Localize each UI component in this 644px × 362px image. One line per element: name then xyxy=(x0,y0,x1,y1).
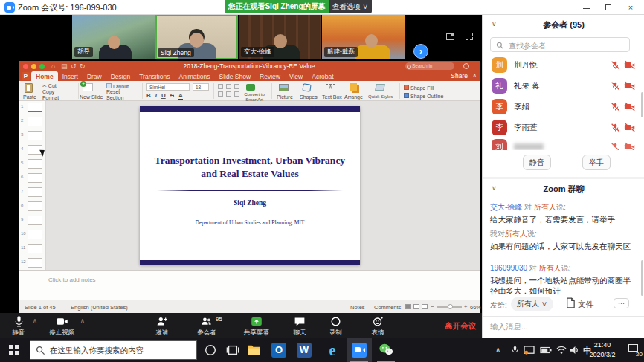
leave-meeting-button[interactable]: 离开会议 xyxy=(445,321,476,332)
zoom-out-button[interactable]: − xyxy=(431,303,434,310)
zoom-percentage[interactable]: 66% xyxy=(470,304,481,311)
zoom-slider-thumb[interactable] xyxy=(448,304,453,309)
new-slide-button[interactable]: New Slide xyxy=(80,94,103,100)
notes-pane[interactable]: Click to add notes xyxy=(19,270,480,300)
tray-cast-icon[interactable] xyxy=(524,346,535,355)
chat-more-button[interactable]: ··· xyxy=(614,298,629,308)
ppt-search-input[interactable]: Search in Presentation xyxy=(405,62,454,70)
mac-zoom-button[interactable] xyxy=(39,64,45,69)
slide-thumbnail[interactable] xyxy=(28,216,42,225)
slide-thumbnail[interactable] xyxy=(28,159,42,169)
video-tile[interactable]: 胡昱 xyxy=(72,15,155,59)
participant-row[interactable]: 李 李娟 xyxy=(483,98,644,117)
tab-home[interactable]: Home xyxy=(31,71,58,81)
task-view-button[interactable] xyxy=(226,343,239,357)
picture-button[interactable]: Picture xyxy=(277,94,293,100)
video-tile[interactable]: 交大-徐峰 xyxy=(239,15,321,59)
tab-design[interactable]: Design xyxy=(106,71,135,81)
normal-view-button[interactable] xyxy=(405,304,411,309)
edge-button[interactable]: e xyxy=(320,338,345,362)
format-painter-button[interactable]: Format xyxy=(42,95,59,100)
indent-icon[interactable] xyxy=(234,84,239,89)
font-color-button[interactable]: A xyxy=(178,92,183,100)
tab-slide-show[interactable]: Slide Show xyxy=(215,71,256,81)
participants-search-input[interactable]: 查找参会者 xyxy=(490,37,630,52)
copy-button[interactable]: Copy xyxy=(42,89,54,94)
action-center-button[interactable]: 20 xyxy=(628,343,643,358)
notes-toggle[interactable]: Notes xyxy=(350,304,365,311)
redo-icon[interactable]: ↻ xyxy=(80,62,86,71)
zoom-taskbar-button[interactable] xyxy=(347,338,372,362)
outlook-button[interactable]: O xyxy=(266,338,292,362)
chat-input[interactable]: 输入消息... xyxy=(483,316,644,338)
tray-battery-icon[interactable] xyxy=(540,346,552,354)
tray-wifi-icon[interactable] xyxy=(556,346,567,355)
align-left-icon[interactable] xyxy=(218,91,223,97)
raise-hand-button[interactable]: 举手 xyxy=(582,155,611,170)
start-button[interactable] xyxy=(9,345,19,355)
minimize-button[interactable] xyxy=(580,1,592,13)
reset-button[interactable]: Reset xyxy=(106,89,120,94)
shape-outline-button[interactable]: Shape Outline xyxy=(404,93,443,99)
language-status[interactable]: English (United States) xyxy=(71,304,128,311)
reactions-button[interactable]: 表情 xyxy=(358,315,398,337)
view-options-button[interactable]: 查看选项 ∨ xyxy=(329,0,372,13)
align-center-icon[interactable] xyxy=(226,91,231,97)
slide-thumbnail[interactable] xyxy=(28,258,42,268)
undo-icon[interactable]: ↺ xyxy=(71,62,77,71)
participant-row-clipped[interactable]: 刘 xyxy=(483,138,644,150)
participant-row[interactable]: 荆 荆丹悦 xyxy=(483,56,644,76)
tray-mic-icon[interactable] xyxy=(510,345,520,355)
bold-button[interactable]: B xyxy=(146,92,151,99)
tab-review[interactable]: Review xyxy=(255,71,285,81)
comments-toggle[interactable]: Comments xyxy=(374,304,401,311)
chat-button[interactable]: 聊天 xyxy=(280,315,320,337)
align-right-icon[interactable] xyxy=(234,91,239,97)
mac-minimize-button[interactable] xyxy=(31,64,36,69)
tab-animations[interactable]: Animations xyxy=(174,71,214,81)
shapes-button[interactable]: Shapes xyxy=(300,94,318,100)
paste-button[interactable]: Paste xyxy=(23,94,36,100)
tab-insert[interactable]: Insert xyxy=(58,71,83,81)
chat-scrollbar[interactable] xyxy=(641,260,643,296)
tray-volume-icon[interactable] xyxy=(570,346,579,355)
zoom-slider[interactable] xyxy=(437,306,462,308)
gallery-view-icon[interactable] xyxy=(446,33,454,40)
mute-options-chevron[interactable]: ∧ xyxy=(33,317,37,324)
slide-sorter-view-button[interactable] xyxy=(413,304,419,309)
file-explorer-button[interactable] xyxy=(241,338,266,362)
word-button[interactable]: W xyxy=(292,338,317,362)
slide-thumbnail[interactable] xyxy=(28,131,42,140)
layout-button[interactable]: Layout xyxy=(106,83,129,89)
tab-transitions[interactable]: Transitions xyxy=(135,71,174,81)
feedback-smiley-icon[interactable] xyxy=(463,63,469,69)
wechat-button[interactable] xyxy=(373,338,399,362)
section-button[interactable]: Section xyxy=(106,95,123,100)
taskbar-clock[interactable]: 21:40 2020/3/2 xyxy=(580,340,625,360)
strikethrough-button[interactable]: S xyxy=(170,92,174,99)
text-box-button[interactable]: Text Box xyxy=(322,94,342,100)
home-icon[interactable]: ⌂ xyxy=(51,62,55,71)
next-videos-button[interactable]: › xyxy=(413,44,428,59)
participant-row[interactable]: 礼 礼果 蒋 xyxy=(483,77,644,97)
participants-scrollbar[interactable] xyxy=(641,92,643,117)
slide-thumbnail-selected[interactable] xyxy=(28,103,42,112)
taskbar-search-input[interactable]: 在这里输入你要搜索的内容 xyxy=(30,340,197,360)
tab-acrobat[interactable]: Acrobat xyxy=(307,71,338,81)
invite-button[interactable]: 邀请 xyxy=(142,315,182,337)
share-screen-button[interactable]: 共享屏幕 xyxy=(236,315,277,337)
slide-thumbnail[interactable] xyxy=(28,244,42,253)
tab-view[interactable]: View xyxy=(285,71,307,81)
underline-button[interactable]: U xyxy=(161,92,166,99)
record-button[interactable]: 录制 xyxy=(315,315,355,337)
bullets-icon[interactable] xyxy=(218,84,223,89)
video-tile-active-speaker[interactable]: Siqi Zheng xyxy=(155,15,238,59)
arrange-button[interactable]: Arrange xyxy=(344,94,363,100)
ppt-share-button[interactable]: Share xyxy=(451,72,468,80)
slide-thumbnail[interactable] xyxy=(28,230,42,239)
numbering-icon[interactable] xyxy=(226,84,231,89)
zoom-in-button[interactable]: + xyxy=(464,303,467,310)
quick-styles-button[interactable]: Quick Styles xyxy=(368,94,393,99)
stop-video-button[interactable]: 停止视频 xyxy=(42,315,82,337)
video-tile[interactable]: 船建-戴磊 xyxy=(322,15,405,59)
